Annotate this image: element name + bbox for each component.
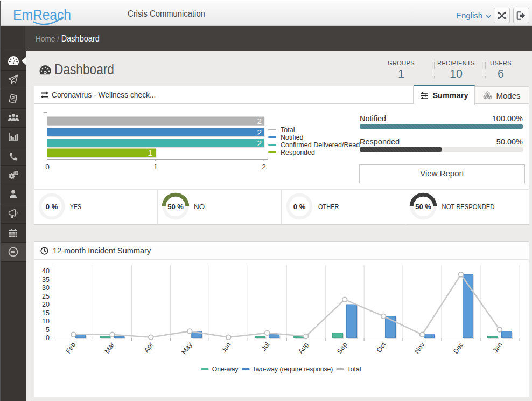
svg-text:Two-way (require response): Two-way (require response): [252, 365, 333, 373]
svg-text:YES: YES: [70, 203, 81, 211]
svg-text:OTHER: OTHER: [318, 203, 339, 211]
svg-text:Jul: Jul: [260, 341, 271, 352]
svg-text:May: May: [180, 341, 193, 356]
svg-text:2: 2: [257, 139, 262, 148]
svg-text:20: 20: [42, 301, 50, 308]
svg-text:2: 2: [257, 128, 262, 137]
svg-text:50 %: 50 %: [415, 203, 431, 211]
svg-text:NOT RESPONDED: NOT RESPONDED: [442, 203, 495, 211]
svg-text:1: 1: [148, 148, 152, 157]
svg-text:Nov: Nov: [413, 341, 426, 355]
svg-text:2: 2: [257, 116, 262, 126]
svg-text:Mar: Mar: [103, 341, 116, 355]
svg-text:Aug: Aug: [297, 341, 310, 355]
svg-text:0 %: 0 %: [46, 203, 58, 211]
svg-text:Oct: Oct: [375, 341, 388, 354]
svg-text:40: 40: [42, 267, 50, 275]
svg-text:5: 5: [46, 326, 50, 334]
svg-text:15: 15: [42, 309, 50, 317]
svg-text:0: 0: [45, 163, 50, 171]
svg-text:10: 10: [42, 317, 50, 325]
svg-text:One-way: One-way: [212, 365, 239, 373]
svg-text:35: 35: [42, 276, 50, 284]
svg-text:Total: Total: [347, 365, 361, 373]
svg-text:30: 30: [42, 284, 50, 292]
svg-text:EmReach: EmReach: [13, 6, 71, 23]
svg-text:NO: NO: [194, 203, 205, 211]
svg-text:0 %: 0 %: [293, 203, 306, 211]
svg-text:Apr: Apr: [143, 341, 155, 354]
svg-text:Jan: Jan: [491, 341, 503, 355]
svg-text:25: 25: [42, 293, 50, 300]
svg-text:Sep: Sep: [335, 341, 348, 355]
svg-text:50 %: 50 %: [167, 203, 184, 211]
svg-text:1: 1: [153, 163, 158, 171]
svg-text:Dec: Dec: [452, 341, 465, 355]
svg-text:Jun: Jun: [220, 341, 232, 355]
svg-text:0: 0: [46, 334, 50, 342]
svg-text:Feb: Feb: [65, 341, 78, 355]
svg-text:2: 2: [262, 163, 266, 171]
